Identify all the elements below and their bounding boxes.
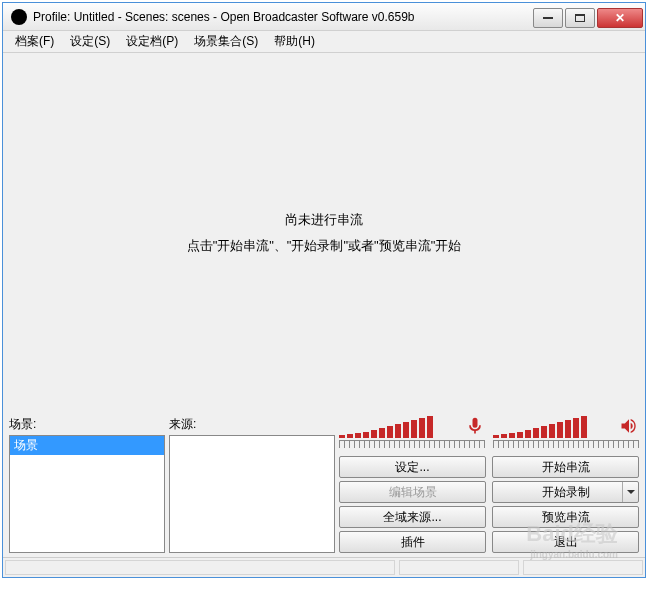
statusbar: [3, 557, 645, 577]
window-title: Profile: Untitled - Scenes: scenes - Ope…: [33, 10, 533, 24]
speaker-meter: [493, 416, 639, 454]
preview-area: 尚未进行串流 点击"开始串流"、"开始录制"或者"预览串流"开始: [3, 53, 645, 412]
preview-status-line2: 点击"开始串流"、"开始录制"或者"预览串流"开始: [187, 233, 462, 259]
global-sources-button[interactable]: 全域来源...: [339, 506, 486, 528]
close-button[interactable]: ✕: [597, 8, 643, 28]
mic-meter: [339, 416, 485, 454]
menu-profile[interactable]: 设定档(P): [118, 31, 186, 52]
sources-label: 来源:: [169, 416, 335, 435]
menu-settings[interactable]: 设定(S): [62, 31, 118, 52]
app-icon: [11, 9, 27, 25]
plugins-button[interactable]: 插件: [339, 531, 486, 553]
preview-stream-button[interactable]: 预览串流: [492, 506, 639, 528]
sources-panel: 来源:: [169, 416, 335, 553]
exit-button[interactable]: 退出: [492, 531, 639, 553]
mic-ticks: [339, 440, 485, 448]
menubar: 档案(F) 设定(S) 设定档(P) 场景集合(S) 帮助(H): [3, 31, 645, 53]
menu-file[interactable]: 档案(F): [7, 31, 62, 52]
record-dropdown-icon[interactable]: [622, 482, 638, 502]
audio-meters: [339, 416, 639, 454]
scene-item[interactable]: 场景: [10, 436, 164, 455]
minimize-button[interactable]: [533, 8, 563, 28]
preview-status-line1: 尚未进行串流: [285, 207, 363, 233]
controls-panel: 设定... 开始串流 编辑场景 开始录制 全域来源... 预览串流 插件 退出: [339, 416, 639, 553]
button-grid: 设定... 开始串流 编辑场景 开始录制 全域来源... 预览串流 插件 退出: [339, 456, 639, 553]
speaker-level-bars: [493, 416, 639, 438]
edit-scene-button[interactable]: 编辑场景: [339, 481, 486, 503]
scenes-listbox[interactable]: 场景: [9, 435, 165, 553]
mic-level-bars: [339, 416, 485, 438]
app-window: Profile: Untitled - Scenes: scenes - Ope…: [2, 2, 646, 578]
start-stream-button[interactable]: 开始串流: [492, 456, 639, 478]
scenes-label: 场景:: [9, 416, 165, 435]
window-controls: ✕: [533, 5, 645, 28]
speaker-icon[interactable]: [619, 416, 639, 440]
microphone-icon[interactable]: [465, 416, 485, 440]
maximize-button[interactable]: [565, 8, 595, 28]
menu-help[interactable]: 帮助(H): [266, 31, 323, 52]
status-segment: [5, 560, 395, 575]
scenes-panel: 场景: 场景: [9, 416, 165, 553]
sources-listbox[interactable]: [169, 435, 335, 553]
speaker-ticks: [493, 440, 639, 448]
start-record-button[interactable]: 开始录制: [492, 481, 639, 503]
titlebar: Profile: Untitled - Scenes: scenes - Ope…: [3, 3, 645, 31]
status-segment: [523, 560, 643, 575]
status-segment: [399, 560, 519, 575]
settings-button[interactable]: 设定...: [339, 456, 486, 478]
bottom-panel: 场景: 场景 来源:: [3, 412, 645, 557]
menu-scene-collection[interactable]: 场景集合(S): [186, 31, 266, 52]
